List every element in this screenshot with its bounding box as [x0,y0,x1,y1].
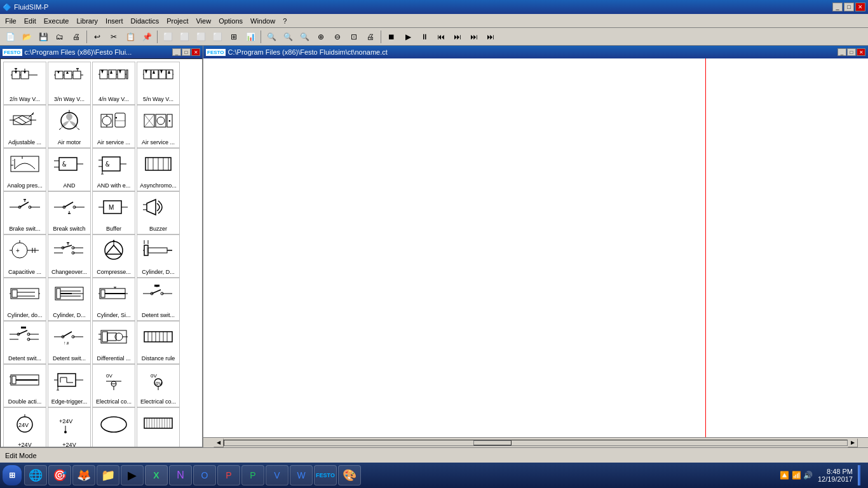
align-right[interactable]: ⬜ [193,30,208,44]
component-compressor[interactable]: Compresse... [92,234,135,278]
start-button[interactable]: ⊞ [3,465,22,485]
component-analog-pres[interactable]: ~ Analog pres... [3,148,46,191]
paste-button[interactable]: 📌 [139,30,154,44]
component-distance-rule[interactable]: Distance rule [137,321,180,364]
taskbar-app-paint[interactable]: 🎨 [338,465,361,485]
grid-btn[interactable]: ⊞ [226,30,241,44]
component-buzzer[interactable]: Buzzer [137,191,180,234]
distribute[interactable]: ⬜ [210,30,225,44]
taskbar-app-explorer[interactable]: 📁 [97,465,119,485]
zoom-fit1[interactable]: ⊕ [313,30,329,44]
component-detent-swit1[interactable]: Detent swit... [137,278,180,321]
component-detent-swit2[interactable]: Detent swit... [3,321,46,364]
scroll-thumb[interactable] [473,440,512,445]
component-oval[interactable] [92,407,135,447]
component-plus24v[interactable]: +24V +24V [48,407,91,447]
taskbar-app-firefox[interactable]: 🦊 [72,465,95,485]
prev-button[interactable]: ⏮ [433,30,449,44]
canvas-drawing-area[interactable] [203,58,868,437]
taskbar-app-outlook[interactable]: O [193,465,216,485]
component-air-motor[interactable]: Air motor [48,105,91,148]
chart-btn[interactable]: 📊 [243,30,258,44]
component-cylinder-d2[interactable]: Cylinder, D... [48,278,91,321]
component-pattern[interactable] [137,407,180,447]
align-center[interactable]: ⬜ [177,30,192,44]
undo-button[interactable]: ↩ [90,30,105,44]
scroll-right-btn[interactable]: ▶ [848,438,858,447]
component-24v[interactable]: 24V +24V [3,407,46,447]
component-edge-trigger[interactable]: Edge-trigger... [48,364,91,407]
component-detent-swit3[interactable]: ↑↓ Detent swit... [48,321,91,364]
taskbar-app-ie[interactable]: 🌐 [24,465,47,485]
pause-button[interactable]: ⏸ [417,30,432,44]
canvas-maximize-btn[interactable]: □ [847,48,856,56]
print-preview[interactable]: 🖨 [363,30,378,44]
taskbar-app-powerpoint[interactable]: P [217,465,240,485]
zoom-fit2[interactable]: ⊖ [330,30,345,44]
component-4way-v[interactable]: 4/n Way V... [92,62,135,105]
taskbar-app-festo[interactable]: FESTO [314,465,337,485]
menu-options[interactable]: Options [215,16,247,26]
menu-file[interactable]: File [1,16,20,26]
step-fwd[interactable]: ⏭ [450,30,465,44]
menu-window[interactable]: Window [247,16,279,26]
taskbar-app-onenote[interactable]: N [169,465,192,485]
cut-button[interactable]: ✂ [106,30,121,44]
component-3way-v[interactable]: 3/n Way V... [48,62,91,105]
taskbar-app-word[interactable]: W [290,465,313,485]
menu-execute[interactable]: Execute [40,16,73,26]
component-brake-switch[interactable]: Brake swit... [3,191,46,234]
component-and[interactable]: & AND [48,148,91,191]
menu-insert[interactable]: Insert [102,16,127,26]
last-button[interactable]: ⏭ [483,30,498,44]
canvas-minimize-btn[interactable]: _ [837,48,846,56]
menu-view[interactable]: View [192,16,215,26]
component-adjustable[interactable]: Adjustable ... [3,105,46,148]
lib-maximize-btn[interactable]: □ [182,48,191,56]
taskbar-app-chrome[interactable]: 🎯 [48,465,71,485]
menu-didactics[interactable]: Didactics [127,16,163,26]
save-all-button[interactable]: 🗂 [52,30,67,44]
menu-edit[interactable]: Edit [20,16,40,26]
lib-minimize-btn[interactable]: _ [172,48,181,56]
component-differential[interactable]: Differential ... [92,321,135,364]
print-button[interactable]: 🖨 [69,30,84,44]
play-button[interactable]: ▶ [400,30,416,44]
menu-library[interactable]: Library [72,16,102,26]
component-cylinder-si[interactable]: Cylinder, Si... [92,278,135,321]
component-cylinder-d1[interactable]: Cylinder, D... [137,234,180,278]
menu-project[interactable]: Project [163,16,192,26]
component-and-with-e[interactable]: & AND with e... [92,148,135,191]
zoom-out-btn[interactable]: 🔍 [280,30,295,44]
component-break-switch[interactable]: Break switch [48,191,91,234]
next-button[interactable]: ⏭ [466,30,482,44]
zoom-in-btn[interactable]: 🔍 [264,30,279,44]
taskbar-app-publisher[interactable]: P [241,465,264,485]
scroll-left-btn[interactable]: ◀ [214,438,224,447]
component-electrical-co1[interactable]: 0V Electrical co... [92,364,135,407]
zoom-custom[interactable]: 🔍 [297,30,312,44]
component-double-acti[interactable]: Double acti... [3,364,46,407]
component-2way-v[interactable]: 2/n Way V... [3,62,46,105]
close-button[interactable]: ✕ [855,3,865,11]
component-capacitive[interactable]: + Capacitive ... [3,234,46,278]
lib-close-btn[interactable]: ✕ [191,48,200,56]
maximize-button[interactable]: □ [844,3,854,11]
stop-button[interactable]: ⏹ [384,30,399,44]
component-air-service1[interactable]: ● Air service ... [92,105,135,148]
component-air-service2[interactable]: ● Air service ... [137,105,180,148]
taskbar-app-media[interactable]: ▶ [121,465,144,485]
component-asynchromo[interactable]: Asynchromo... [137,148,180,191]
menu-help[interactable]: ? [279,16,290,26]
component-buffer[interactable]: M Buffer [92,191,135,234]
save-button[interactable]: 💾 [36,30,51,44]
zoom-fit3[interactable]: ⊡ [346,30,362,44]
taskbar-app-visio[interactable]: V [266,465,288,485]
taskbar-app-excel[interactable]: X [145,465,168,485]
component-cylinder-do[interactable]: Cylinder, do... [3,278,46,321]
open-button[interactable]: 📂 [19,30,34,44]
align-left[interactable]: ⬜ [160,30,175,44]
components-area[interactable]: 2/n Way V... [0,58,203,447]
component-electrical-co2[interactable]: 0V 0V Electrical co... [137,364,180,407]
horizontal-scrollbar[interactable]: ◀ ▶ [203,437,868,447]
